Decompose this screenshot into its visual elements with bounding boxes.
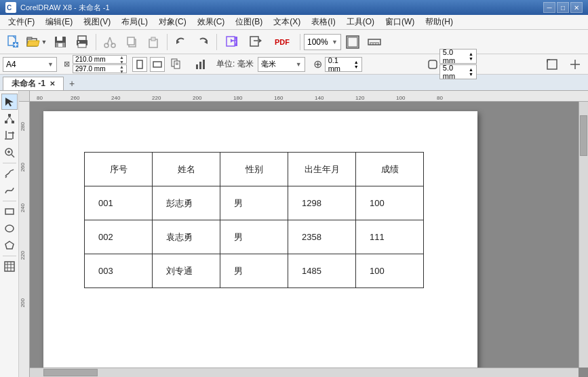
new-button[interactable] xyxy=(3,33,23,52)
menu-layout[interactable]: 布局(L) xyxy=(116,15,153,29)
corner-w-arrows[interactable]: ▲ ▼ xyxy=(469,52,473,61)
horizontal-ruler: 80 260 240 220 200 180 160 140 120 100 8… xyxy=(30,91,588,102)
ruler-v-tick-2: 260 xyxy=(20,163,26,172)
cell-row3-col1: 003 xyxy=(85,254,153,288)
svg-rect-24 xyxy=(151,37,155,41)
corner-h-input[interactable]: 5.0 mm ▲ ▼ xyxy=(439,64,477,79)
corner-w-input[interactable]: 5.0 mm ▲ ▼ xyxy=(439,49,477,64)
width-arrows[interactable]: ▲ ▼ xyxy=(119,55,124,64)
print-button[interactable] xyxy=(72,33,92,52)
menu-bitmap[interactable]: 位图(B) xyxy=(230,15,268,29)
ruler-v-tick-1: 280 xyxy=(20,122,26,131)
undo-button[interactable] xyxy=(171,33,191,52)
freehand-tool-button[interactable] xyxy=(1,165,18,182)
menu-help[interactable]: 帮助(H) xyxy=(420,15,458,29)
portrait-button[interactable] xyxy=(132,57,147,72)
left-toolbar-separator xyxy=(3,163,16,163)
export-button[interactable] xyxy=(246,33,267,52)
toolbar2: A4 ▼ ⊠ 210.0 mm ▲ ▼ 297.0 mm ▲ ▼ xyxy=(0,54,588,75)
horizontal-scrollbar[interactable] xyxy=(30,368,579,377)
paste-button[interactable] xyxy=(143,33,163,52)
ellipse-tool-button[interactable] xyxy=(1,220,18,237)
view-button[interactable] xyxy=(342,33,363,52)
menu-file[interactable]: 文件(F) xyxy=(3,15,40,29)
menu-object[interactable]: 对象(C) xyxy=(153,15,192,29)
svg-line-70 xyxy=(12,155,14,157)
horizontal-scroll-thumb[interactable] xyxy=(43,369,98,376)
nudge-up-arrow[interactable]: ▲ xyxy=(354,60,359,64)
cut-button[interactable] xyxy=(100,33,120,52)
nudge-down-arrow[interactable]: ▼ xyxy=(354,64,359,69)
tab-add-button[interactable]: + xyxy=(65,77,79,90)
height-arrows[interactable]: ▲ ▼ xyxy=(119,64,124,74)
svg-point-75 xyxy=(5,225,14,232)
select-tool-button[interactable] xyxy=(1,94,18,110)
bar-chart-button[interactable] xyxy=(191,55,211,74)
node-tool-button[interactable] xyxy=(1,111,18,127)
menu-edit[interactable]: 编辑(E) xyxy=(40,15,78,29)
import-button[interactable] xyxy=(220,33,245,52)
width-down-arrow[interactable]: ▼ xyxy=(119,60,124,64)
redo-button[interactable] xyxy=(193,33,213,52)
units-label: 单位: 毫米 xyxy=(216,58,254,70)
corner-w-up[interactable]: ▲ xyxy=(469,52,473,56)
fit-page-button[interactable] xyxy=(542,55,562,74)
open-button[interactable]: ▼ xyxy=(24,33,49,52)
units-select[interactable]: 毫米 ▼ xyxy=(258,57,305,72)
svg-rect-45 xyxy=(153,62,161,67)
ruler-h-tick-3: 240 xyxy=(111,95,120,101)
width-input[interactable]: 210.0 mm ▲ ▼ xyxy=(73,55,127,64)
cell-row1-col5: 100 xyxy=(356,186,424,220)
page-count-button[interactable] xyxy=(168,55,188,74)
cell-row2-col3: 男 xyxy=(220,220,288,254)
cell-row3-col4: 1485 xyxy=(288,254,356,288)
svg-rect-12 xyxy=(58,43,62,47)
rectangle-tool-button[interactable] xyxy=(1,203,18,220)
expand-button[interactable] xyxy=(565,55,585,74)
tab-close-icon[interactable]: ✕ xyxy=(50,80,55,87)
pdf-button[interactable]: PDF xyxy=(268,33,296,52)
menu-tools[interactable]: 工具(O) xyxy=(341,15,380,29)
zoom-tool-button[interactable] xyxy=(1,144,18,161)
minimize-button[interactable]: ─ xyxy=(543,2,555,13)
width-up-arrow[interactable]: ▲ xyxy=(119,55,124,60)
landscape-button[interactable] xyxy=(150,57,165,72)
polygon-tool-button[interactable] xyxy=(1,237,18,254)
save-button[interactable] xyxy=(50,33,71,52)
corner-h-up[interactable]: ▲ xyxy=(469,67,473,72)
cell-row3-col5: 100 xyxy=(356,254,424,288)
height-up-arrow[interactable]: ▲ xyxy=(119,64,124,69)
corner-h-down[interactable]: ▼ xyxy=(469,72,473,77)
copy-button[interactable] xyxy=(121,33,142,52)
menu-text[interactable]: 文本(X) xyxy=(268,15,306,29)
corner-h-arrows[interactable]: ▲ ▼ xyxy=(469,67,473,77)
menu-view[interactable]: 视图(V) xyxy=(78,15,116,29)
page-size-select[interactable]: A4 ▼ xyxy=(3,57,57,72)
window-controls[interactable]: ─ □ ✕ xyxy=(543,2,583,13)
curve-tool-button[interactable] xyxy=(1,182,18,199)
vertical-scrollbar[interactable] xyxy=(579,102,588,368)
nudge-arrows[interactable]: ▲ ▼ xyxy=(354,60,359,69)
menu-table[interactable]: 表格(I) xyxy=(306,15,340,29)
svg-marker-33 xyxy=(259,39,262,43)
svg-line-19 xyxy=(107,37,110,45)
height-down-arrow[interactable]: ▼ xyxy=(119,69,124,74)
crop-tool-button[interactable] xyxy=(1,127,18,144)
height-input[interactable]: 297.0 mm ▲ ▼ xyxy=(73,64,127,73)
close-button[interactable]: ✕ xyxy=(570,2,583,13)
tab-unnamed[interactable]: 未命名 -1 ✕ xyxy=(3,77,64,90)
ruler-toggle-button[interactable] xyxy=(364,33,385,52)
menu-effects[interactable]: 效果(C) xyxy=(192,15,231,29)
cell-row2-col5: 111 xyxy=(356,220,424,254)
zoom-input[interactable]: 100% ▼ xyxy=(304,34,341,50)
ruler-v-tick-3: 240 xyxy=(20,203,26,212)
table-row: 002 袁志勇 男 2358 111 xyxy=(85,220,424,254)
nudge-input[interactable]: 0.1 mm ▲ ▼ xyxy=(325,57,362,72)
cell-row2-col2: 袁志勇 xyxy=(153,220,220,254)
window-title: CorelDRAW X8 - 未命名 -1 xyxy=(20,3,543,13)
corner-w-down[interactable]: ▼ xyxy=(469,56,473,61)
maximize-button[interactable]: □ xyxy=(557,2,569,13)
vertical-scroll-thumb[interactable] xyxy=(580,115,587,156)
menu-window[interactable]: 窗口(W) xyxy=(380,15,420,29)
table-tool-button[interactable] xyxy=(1,258,18,275)
